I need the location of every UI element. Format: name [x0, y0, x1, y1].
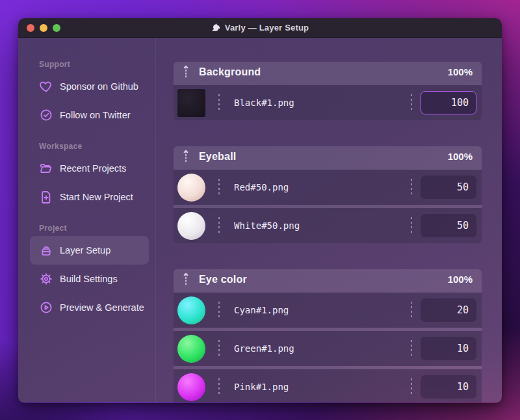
layer-filename: Pink#1.png: [234, 382, 289, 392]
drag-handle-icon[interactable]: [183, 150, 189, 164]
folder-open-icon: [39, 161, 53, 176]
window-title: Varly — Layer Setup: [225, 23, 309, 33]
dashed-separator: [411, 378, 412, 395]
layer-filename: Black#1.png: [234, 98, 294, 108]
layer-group-header: Eyeball 100%: [174, 146, 482, 166]
layer-filename: Green#1.png: [234, 343, 294, 354]
zoom-button[interactable]: [53, 24, 60, 32]
close-button[interactable]: [27, 24, 34, 32]
play-circle-icon: [39, 300, 53, 315]
layer-group-eyeball: Eyeball 100% Red#50.png White#50.png: [174, 146, 482, 243]
sidebar-item-label: Preview & Generate: [60, 302, 144, 313]
dashed-separator: [218, 340, 220, 357]
sidebar-item-label: Follow on Twitter: [60, 110, 131, 120]
heart-icon: [39, 79, 53, 94]
drag-handle-icon[interactable]: [183, 65, 189, 79]
dashed-separator: [218, 179, 220, 196]
sidebar-item-recent-projects[interactable]: Recent Projects: [30, 154, 149, 183]
layer-row: Cyan#1.png: [174, 293, 482, 328]
section-label: Project: [30, 224, 149, 233]
sidebar-item-label: Recent Projects: [60, 163, 126, 174]
sidebar-item-sponsor-on-github[interactable]: Sponsor on Github: [30, 72, 149, 101]
layer-group-opacity: 100%: [448, 274, 473, 285]
titlebar: Varly — Layer Setup: [18, 18, 502, 38]
layer-filename: Cyan#1.png: [234, 305, 289, 315]
dashed-separator: [411, 340, 412, 357]
layer-row: Green#1.png: [174, 331, 482, 366]
layer-thumbnail: [177, 212, 205, 240]
traffic-lights: [27, 24, 60, 32]
layer-thumbnail: [177, 335, 205, 363]
layer-filename: White#50.png: [234, 220, 300, 231]
unicorn-icon: [211, 23, 221, 33]
file-plus-icon: [39, 190, 53, 204]
layer-row: Pink#1.png: [174, 369, 482, 402]
app-window: Varly — Layer Setup Support Sponsor on G…: [18, 18, 502, 403]
layer-group-header: Background 100%: [174, 62, 482, 82]
sidebar-section-project: Project Layer Setup: [30, 224, 149, 322]
layer-group-background: Background 100% Black#1.png: [174, 62, 482, 120]
section-label: Workspace: [30, 142, 149, 151]
layer-group-title: Eyeball: [199, 151, 236, 163]
layer-weight-input[interactable]: [421, 375, 476, 399]
sidebar-item-label: Sponsor on Github: [60, 81, 138, 92]
layer-thumbnail: [177, 174, 205, 202]
dashed-separator: [218, 378, 220, 395]
sidebar-item-label: Start New Project: [60, 192, 133, 202]
sidebar-item-label: Layer Setup: [60, 245, 110, 256]
layer-group-title: Eye color: [199, 274, 247, 285]
sidebar-item-layer-setup[interactable]: Layer Setup: [30, 236, 149, 265]
minimize-button[interactable]: [40, 24, 47, 32]
layer-weight-input[interactable]: [421, 337, 476, 360]
layer-weight-input[interactable]: [421, 214, 476, 237]
sidebar-item-start-new-project[interactable]: Start New Project: [30, 183, 149, 211]
dashed-separator: [218, 302, 220, 319]
layer-thumbnail: [177, 89, 205, 117]
layer-group-title: Background: [199, 66, 261, 78]
layer-weight-input[interactable]: [421, 91, 476, 114]
layer-weight-input[interactable]: [421, 176, 476, 199]
layer-group-opacity: 100%: [448, 151, 473, 162]
layer-row: White#50.png: [174, 208, 482, 243]
badge-check-icon: [39, 108, 53, 122]
layer-setup-panel: Background 100% Black#1.png: [156, 38, 502, 402]
gear-icon: [39, 272, 53, 286]
layers-icon: [39, 243, 53, 257]
sidebar-item-preview-generate[interactable]: Preview & Generate: [30, 293, 149, 322]
dashed-separator: [411, 302, 412, 319]
layer-row: Black#1.png: [174, 85, 482, 120]
dashed-separator: [218, 94, 220, 111]
layer-row: Red#50.png: [174, 170, 482, 205]
dashed-separator: [411, 179, 412, 196]
layer-thumbnail: [177, 296, 205, 324]
sidebar-item-build-settings[interactable]: Build Settings: [30, 265, 149, 293]
sidebar-item-follow-on-twitter[interactable]: Follow on Twitter: [30, 101, 149, 129]
layer-group-eye-color: Eye color 100% Cyan#1.png Green#1.png: [174, 269, 482, 402]
dashed-separator: [218, 217, 220, 234]
section-label: Support: [30, 60, 149, 69]
layer-weight-input[interactable]: [421, 298, 476, 322]
layer-group-header: Eye color 100%: [174, 269, 482, 289]
sidebar-section-support: Support Sponsor on Github: [30, 60, 149, 129]
layer-thumbnail: [177, 373, 205, 401]
dashed-separator: [411, 94, 412, 111]
layer-filename: Red#50.png: [234, 182, 289, 192]
layer-group-opacity: 100%: [448, 66, 473, 77]
sidebar-section-workspace: Workspace Recent Projects: [30, 142, 149, 211]
dashed-separator: [411, 217, 412, 234]
drag-handle-icon[interactable]: [183, 272, 189, 287]
sidebar-item-label: Build Settings: [60, 274, 118, 284]
sidebar: Support Sponsor on Github: [18, 38, 156, 402]
